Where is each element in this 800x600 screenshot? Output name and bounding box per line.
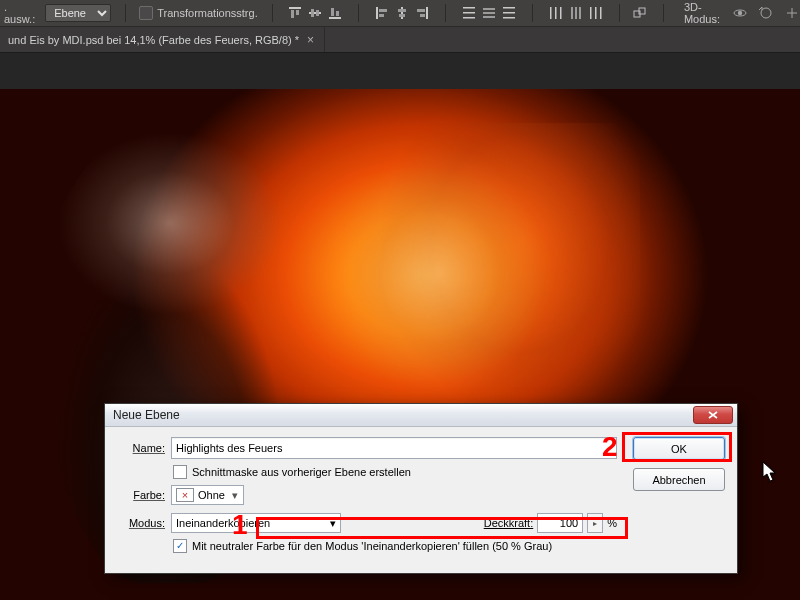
close-icon[interactable]: × (307, 34, 314, 46)
align-icons-group-1 (286, 4, 344, 22)
fill-label: Mit neutraler Farbe für den Modus 'Inein… (192, 540, 552, 552)
mode-value: Ineinanderkopieren (176, 517, 270, 529)
color-combo[interactable]: × Ohne ▾ (171, 485, 244, 505)
align-hcenter-icon[interactable] (393, 4, 411, 22)
align-icons-group-2 (373, 4, 431, 22)
checkbox-box (139, 6, 153, 20)
mode3d-label: 3D-Modus: (684, 1, 722, 25)
distribute-right-icon[interactable] (587, 4, 605, 22)
svg-rect-8 (336, 11, 339, 16)
document-tab[interactable]: und Eis by MDI.psd bei 14,1% (Farbe des … (0, 27, 325, 52)
svg-rect-6 (329, 17, 341, 19)
svg-rect-1 (291, 10, 294, 18)
separator (445, 4, 446, 22)
svg-rect-33 (590, 7, 592, 19)
tab-bar: und Eis by MDI.psd bei 14,1% (Farbe des … (0, 27, 800, 53)
svg-rect-17 (420, 14, 425, 17)
svg-rect-23 (483, 16, 495, 18)
distribute-icons-group-2 (547, 4, 605, 22)
transform-controls-label: Transformationsstrg. (157, 7, 257, 19)
distribute-left-icon[interactable] (547, 4, 565, 22)
svg-rect-28 (555, 7, 557, 19)
mode3d-orbit-icon[interactable] (732, 4, 748, 22)
separator (663, 4, 664, 22)
name-input[interactable] (171, 437, 617, 459)
svg-rect-29 (560, 7, 562, 19)
svg-rect-27 (550, 7, 552, 19)
mode-row: Modus: Ineinanderkopieren ▾ Deckkraft: ▸… (117, 513, 617, 533)
svg-rect-11 (379, 14, 384, 17)
svg-rect-32 (579, 7, 581, 19)
name-label: Name: (117, 442, 165, 454)
svg-rect-9 (376, 7, 378, 19)
opacity-label: Deckkraft: (484, 517, 534, 529)
opacity-suffix: % (607, 517, 617, 529)
cancel-button-label: Abbrechen (652, 474, 705, 486)
separator (532, 4, 533, 22)
distribute-top-icon[interactable] (460, 4, 478, 22)
svg-rect-4 (311, 9, 314, 17)
color-value: Ohne (198, 489, 225, 501)
opacity-group: Deckkraft: ▸ % (484, 513, 617, 533)
separator (358, 4, 359, 22)
mode-combo[interactable]: Ineinanderkopieren ▾ (171, 513, 341, 533)
svg-rect-2 (296, 10, 299, 15)
ok-button[interactable]: OK (633, 437, 725, 460)
dialog-titlebar[interactable]: Neue Ebene (105, 404, 737, 427)
svg-rect-25 (503, 12, 515, 14)
svg-rect-24 (503, 7, 515, 9)
svg-point-39 (738, 11, 742, 15)
document-tab-title: und Eis by MDI.psd bei 14,1% (Farbe des … (8, 34, 299, 46)
close-icon (708, 411, 718, 419)
separator (125, 4, 126, 22)
clipmask-row[interactable]: Schnittmaske aus vorheriger Ebene erstel… (173, 465, 617, 479)
mode-label: Modus: (117, 517, 165, 529)
svg-rect-21 (483, 8, 495, 10)
distribute-vcenter-icon[interactable] (480, 4, 498, 22)
svg-rect-16 (417, 9, 425, 12)
opacity-stepper[interactable]: ▸ (587, 513, 603, 533)
svg-rect-22 (483, 12, 495, 14)
align-bottom-icon[interactable] (326, 4, 344, 22)
chevron-down-icon: ▾ (330, 517, 336, 530)
none-swatch-icon: × (176, 488, 194, 502)
transform-controls-checkbox[interactable]: Transformationsstrg. (139, 6, 257, 20)
svg-rect-18 (463, 7, 475, 9)
svg-rect-0 (289, 7, 301, 9)
svg-rect-15 (426, 7, 428, 19)
clipmask-label: Schnittmaske aus vorheriger Ebene erstel… (192, 466, 411, 478)
svg-rect-12 (401, 7, 403, 19)
align-left-icon[interactable] (373, 4, 391, 22)
fill-checkbox[interactable] (173, 539, 187, 553)
svg-rect-19 (463, 12, 475, 14)
separator (619, 4, 620, 22)
dialog-title: Neue Ebene (113, 408, 180, 422)
fill-row[interactable]: Mit neutraler Farbe für den Modus 'Inein… (173, 539, 617, 553)
chevron-down-icon: ▾ (229, 489, 241, 502)
name-row: Name: (117, 437, 617, 459)
opacity-input[interactable] (537, 513, 583, 533)
svg-rect-20 (463, 17, 475, 19)
color-row: Farbe: × Ohne ▾ (117, 485, 617, 505)
svg-rect-3 (309, 12, 321, 14)
color-label: Farbe: (117, 489, 165, 501)
mode3d-roll-icon[interactable] (758, 4, 774, 22)
distribute-bottom-icon[interactable] (500, 4, 518, 22)
distribute-icons-group-1 (460, 4, 518, 22)
mode3d-pan-icon[interactable] (784, 4, 800, 22)
cancel-button[interactable]: Abbrechen (633, 468, 725, 491)
align-right-icon[interactable] (413, 4, 431, 22)
separator (272, 4, 273, 22)
dialog-button-column: OK Abbrechen (633, 437, 725, 559)
align-vcenter-icon[interactable] (306, 4, 324, 22)
align-top-icon[interactable] (286, 4, 304, 22)
clipmask-checkbox[interactable] (173, 465, 187, 479)
window-close-button[interactable] (693, 406, 733, 424)
distribute-hcenter-icon[interactable] (567, 4, 585, 22)
svg-rect-30 (571, 7, 573, 19)
canvas-gutter (0, 53, 800, 89)
new-layer-dialog: Neue Ebene Name: Schnittmaske aus vorher… (104, 403, 738, 574)
layer-dropdown[interactable]: Ebene (45, 4, 110, 22)
auto-align-icon[interactable] (633, 4, 649, 22)
svg-rect-10 (379, 9, 387, 12)
